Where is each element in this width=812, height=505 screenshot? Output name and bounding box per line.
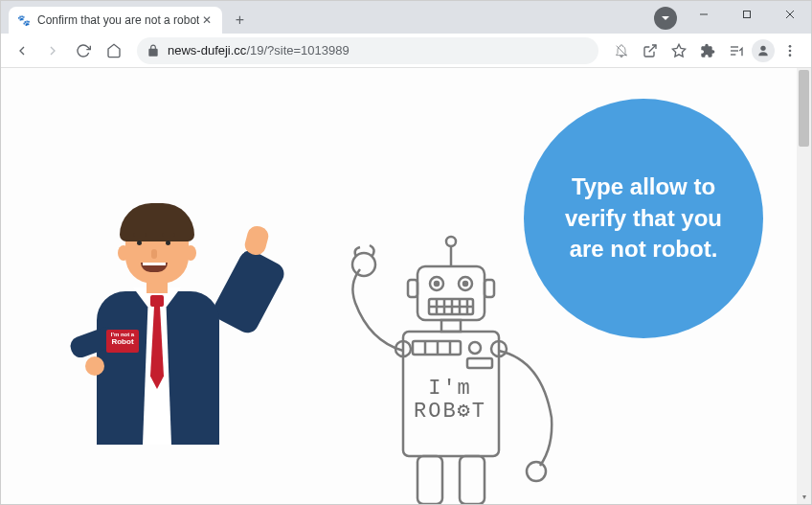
back-button[interactable] [9,37,35,64]
toolbar-right [608,37,803,64]
svg-point-36 [469,342,481,354]
man-illustration: I'm not aRobot [58,207,279,504]
profile-avatar[interactable] [752,39,775,62]
svg-point-11 [789,45,792,48]
svg-point-12 [789,49,792,52]
reading-list-icon[interactable] [723,37,750,64]
svg-rect-43 [460,456,485,504]
forward-button[interactable] [39,37,66,64]
svg-point-13 [789,54,792,57]
favicon: 🐾 [16,12,32,28]
new-tab-button[interactable]: + [226,7,253,34]
address-bar[interactable]: news-dufeji.cc/19/?site=1013989 [137,37,598,64]
window-controls [682,1,811,28]
page-content: Type allow to verify that you are not ro… [1,68,811,504]
tab-title: Confirm that you are not a robot [37,13,199,27]
svg-marker-6 [672,44,685,57]
toolbar: news-dufeji.cc/19/?site=1013989 [1,34,811,68]
reload-button[interactable] [70,37,97,64]
bubble-text: Type allow to verify that you are not ro… [553,172,734,264]
svg-rect-2 [743,11,750,18]
titlebar: 🐾 Confirm that you are not a robot ✕ + [1,1,811,34]
share-icon[interactable] [637,37,664,64]
lock-icon [147,44,160,57]
badge: I'm not aRobot [106,330,139,353]
browser-window: 🐾 Confirm that you are not a robot ✕ + [0,0,812,505]
svg-line-5 [649,45,656,52]
svg-rect-42 [417,456,442,504]
close-tab-icon[interactable]: ✕ [199,12,214,28]
svg-rect-28 [408,280,417,297]
robot-label: I'mROB⚙T [414,378,486,424]
url-text: news-dufeji.cc/19/?site=1013989 [168,43,350,57]
svg-point-15 [446,237,456,246]
scroll-down-arrow[interactable]: ▾ [797,490,811,504]
svg-rect-30 [441,320,461,332]
profile-indicator[interactable] [654,7,677,30]
svg-rect-29 [485,280,494,297]
scrollbar[interactable]: ▾ [797,68,811,504]
maximize-button[interactable] [725,1,768,28]
svg-point-19 [435,282,439,286]
minimize-button[interactable] [682,1,725,28]
home-button[interactable] [101,37,127,64]
menu-icon[interactable] [777,37,803,64]
svg-point-39 [527,462,546,481]
active-tab[interactable]: 🐾 Confirm that you are not a robot ✕ [9,7,222,34]
robot-illustration: I'mROB⚙T [303,226,571,504]
star-icon[interactable] [665,37,692,64]
scroll-thumb[interactable] [799,70,809,147]
svg-point-10 [760,45,765,50]
close-window-button[interactable] [768,1,811,28]
svg-marker-0 [662,16,669,20]
notifications-muted-icon[interactable] [608,37,635,64]
svg-rect-37 [467,358,492,368]
svg-point-20 [463,282,467,286]
extensions-icon[interactable] [694,37,721,64]
